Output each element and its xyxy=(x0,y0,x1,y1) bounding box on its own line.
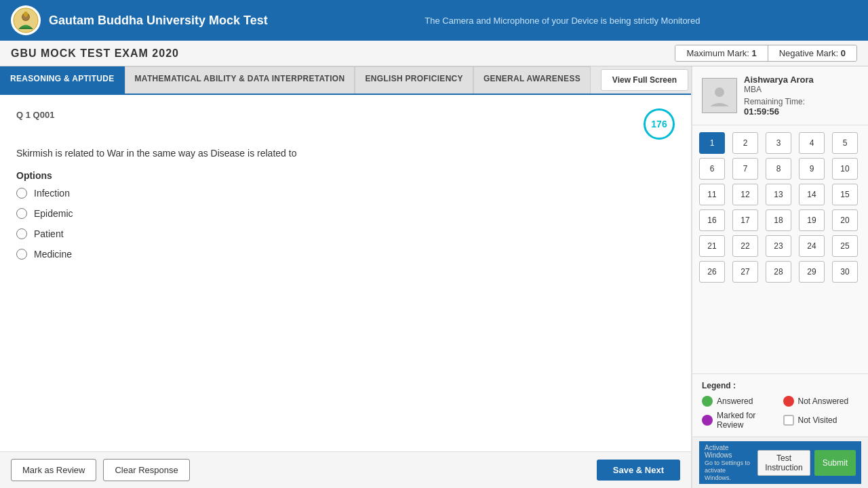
question-number-5[interactable]: 5 xyxy=(832,132,858,154)
right-panel: Aishwarya Arora MBA Remaining Time: 01:5… xyxy=(692,66,868,488)
question-number-7[interactable]: 7 xyxy=(732,158,758,180)
question-area: Q 1 Q001 176 Skirmish is related to War … xyxy=(0,95,691,451)
action-bar: Mark as Review Clear Response Save & Nex… xyxy=(0,451,691,488)
question-number-3[interactable]: 3 xyxy=(766,132,791,154)
question-number-14[interactable]: 14 xyxy=(799,184,825,205)
question-header: Q 1 Q001 176 xyxy=(16,108,675,140)
question-number-1[interactable]: 1 xyxy=(699,132,725,154)
neg-mark-value: 0 xyxy=(841,48,846,58)
question-number-17[interactable]: 17 xyxy=(732,209,758,231)
tab-reasoning[interactable]: REASONING & APTITUDE xyxy=(0,66,125,94)
max-mark-value: 1 xyxy=(751,48,756,58)
question-number-22[interactable]: 22 xyxy=(732,235,758,257)
legend-dot-marked xyxy=(702,415,713,426)
tab-math[interactable]: MATHEMATICAL ABILITY & DATA INTERPRETATI… xyxy=(125,66,355,94)
question-number-15[interactable]: 15 xyxy=(832,184,858,205)
option-3-text: Patient xyxy=(34,228,64,239)
svg-point-3 xyxy=(24,12,28,17)
legend-dot-answered xyxy=(702,396,713,407)
exam-title-bar: GBU MOCK TEST EXAM 2020 Maximum Mark: 1 … xyxy=(0,41,868,66)
test-instruction-button[interactable]: Test Instruction xyxy=(757,450,810,476)
bottom-buttons: Test Instruction Submit xyxy=(757,450,856,476)
user-name: Aishwarya Arora xyxy=(744,75,814,85)
question-number-29[interactable]: 29 xyxy=(799,261,825,283)
tab-general[interactable]: GENERAL AWARENESS xyxy=(473,66,591,94)
option-1-text: Infection xyxy=(34,188,70,199)
save-next-button[interactable]: Save & Next xyxy=(597,460,680,481)
question-number-30[interactable]: 30 xyxy=(832,261,858,283)
legend-section: Legend : Answered Not Answered Marked fo… xyxy=(692,373,868,436)
option-2-radio[interactable] xyxy=(16,208,27,219)
tabs-bar: REASONING & APTITUDE MATHEMATICAL ABILIT… xyxy=(0,66,691,95)
question-text: Skirmish is related to War in the same w… xyxy=(16,146,675,161)
exam-title: GBU MOCK TEST EXAM 2020 xyxy=(11,47,179,60)
legend-answered: Answered xyxy=(702,396,778,407)
remaining-time-label: Remaining Time: xyxy=(744,97,814,106)
header-title: Gautam Buddha University Mock Test xyxy=(49,14,268,28)
max-mark-box: Maximum Mark: 1 xyxy=(675,45,768,61)
question-number-13[interactable]: 13 xyxy=(766,184,791,205)
question-timer: 176 xyxy=(644,108,675,140)
option-1-radio[interactable] xyxy=(16,188,27,199)
question-number-24[interactable]: 24 xyxy=(799,235,825,257)
neg-mark-box: Negative Mark: 0 xyxy=(768,45,856,61)
question-number-27[interactable]: 27 xyxy=(732,261,758,283)
question-id: Q 1 Q001 xyxy=(16,108,54,121)
neg-mark-label: Negative Mark: xyxy=(779,48,838,58)
activate-windows: Activate Windows xyxy=(705,444,732,459)
question-number-26[interactable]: 26 xyxy=(699,261,725,283)
logo xyxy=(11,5,41,35)
clear-response-button[interactable]: Clear Response xyxy=(103,459,189,481)
option-2[interactable]: Epidemic xyxy=(16,208,675,219)
option-3-radio[interactable] xyxy=(16,228,27,239)
question-number-2[interactable]: 2 xyxy=(732,132,758,154)
option-4-radio[interactable] xyxy=(16,249,27,260)
question-number-16[interactable]: 16 xyxy=(699,209,725,231)
question-number-4[interactable]: 4 xyxy=(799,132,825,154)
question-number-23[interactable]: 23 xyxy=(766,235,791,257)
panel-bottom: Activate Windows Go to Settings to activ… xyxy=(692,436,868,488)
option-3[interactable]: Patient xyxy=(16,228,675,239)
option-4-text: Medicine xyxy=(34,249,72,260)
user-details: Aishwarya Arora MBA Remaining Time: 01:5… xyxy=(744,75,814,117)
header-notice: The Camera and Microphone of your Device… xyxy=(268,16,857,26)
legend-grid: Answered Not Answered Marked for Review … xyxy=(702,396,859,430)
question-number-10[interactable]: 10 xyxy=(832,158,858,180)
tab-english[interactable]: ENGLISH PROFICIENCY xyxy=(355,66,473,94)
legend-marked-label: Marked for Review xyxy=(717,411,778,430)
question-number-28[interactable]: 28 xyxy=(766,261,791,283)
user-course: MBA xyxy=(744,85,814,94)
question-number-12[interactable]: 12 xyxy=(732,184,758,205)
legend-title: Legend : xyxy=(702,381,859,390)
question-number-20[interactable]: 20 xyxy=(832,209,858,231)
question-id-text: Q 1 Q001 xyxy=(16,110,54,120)
question-number-8[interactable]: 8 xyxy=(766,158,791,180)
tab-spacer xyxy=(591,66,598,94)
svg-point-4 xyxy=(715,87,724,97)
question-number-9[interactable]: 9 xyxy=(799,158,825,180)
marks-info: Maximum Mark: 1 Negative Mark: 0 xyxy=(675,45,857,62)
question-number-6[interactable]: 6 xyxy=(699,158,725,180)
legend-marked: Marked for Review xyxy=(702,411,778,430)
legend-not-visited: Not Visited xyxy=(783,411,859,430)
option-1[interactable]: Infection xyxy=(16,188,675,199)
user-avatar xyxy=(702,78,737,113)
question-number-25[interactable]: 25 xyxy=(832,235,858,257)
windows-activation: Activate Windows Go to Settings to activ… xyxy=(699,441,861,484)
question-number-19[interactable]: 19 xyxy=(799,209,825,231)
max-mark-label: Maximum Mark: xyxy=(686,48,749,58)
question-number-11[interactable]: 11 xyxy=(699,184,725,205)
mark-review-button[interactable]: Mark as Review xyxy=(11,459,96,481)
content-area: REASONING & APTITUDE MATHEMATICAL ABILIT… xyxy=(0,66,868,488)
question-grid: 1234567891011121314151617181920212223242… xyxy=(692,125,868,373)
fullscreen-button[interactable]: View Full Screen xyxy=(601,69,688,91)
action-left: Mark as Review Clear Response xyxy=(11,459,190,481)
legend-not-visited-label: Not Visited xyxy=(798,415,837,425)
option-4[interactable]: Medicine xyxy=(16,249,675,260)
submit-button[interactable]: Submit xyxy=(814,450,856,476)
question-number-grid: 1234567891011121314151617181920212223242… xyxy=(699,132,861,283)
option-2-text: Epidemic xyxy=(34,208,73,219)
options-label: Options xyxy=(16,170,675,181)
question-number-18[interactable]: 18 xyxy=(766,209,791,231)
question-number-21[interactable]: 21 xyxy=(699,235,725,257)
